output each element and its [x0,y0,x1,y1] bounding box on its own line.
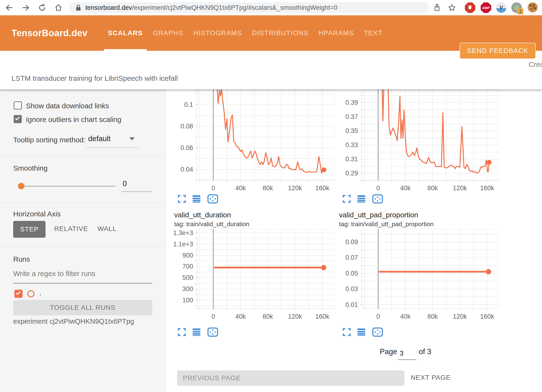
line-chart[interactable]: 1003005007009001.1e+31.3e+3040k80k120k16… [169,229,334,321]
chart1-actions [178,194,218,204]
tab-text[interactable]: TEXT [360,15,386,51]
page-label: Page [380,347,397,356]
next-page-button[interactable]: NEXT PAGE [411,374,451,381]
svg-text:0.08: 0.08 [180,123,193,130]
created-text: Crea [529,60,542,69]
back-icon[interactable] [5,3,13,12]
svg-text:40k: 40k [400,184,411,192]
fullscreen-icon[interactable] [178,328,186,336]
svg-text:700: 700 [182,263,193,270]
svg-text:120k: 120k [453,313,467,320]
svg-text:0.01: 0.01 [345,301,358,308]
reload-icon[interactable] [38,3,46,12]
abp-icon[interactable]: ABP [481,2,491,13]
previous-page-button[interactable]: PREVIOUS PAGE [177,370,404,386]
data-table-icon[interactable] [357,195,366,203]
fit-domain-icon[interactable] [372,327,383,337]
svg-text:0.1: 0.1 [184,101,193,108]
line-chart[interactable]: 0.290.310.330.350.370.39040k80k120k160k [334,89,499,193]
tab-hparams[interactable]: HPARAMS [315,15,358,51]
line-chart[interactable]: 0.010.030.050.070.09040k80k120k160k [334,229,499,321]
svg-text:160k: 160k [315,313,329,320]
smoothing-value[interactable]: 0 [123,179,127,188]
forward-icon[interactable] [22,3,30,12]
svg-text:0.06: 0.06 [180,144,193,151]
svg-text:80k: 80k [263,184,273,192]
tab-graphs[interactable]: GRAPHS [149,15,187,51]
share-icon[interactable] [433,3,441,12]
svg-text:80k: 80k [427,184,438,192]
svg-text:40k: 40k [235,313,246,320]
svg-text:0.29: 0.29 [345,170,358,177]
tab-distributions[interactable]: DISTRIBUTIONS [248,15,312,51]
check-icon [16,290,20,295]
svg-text:160k: 160k [480,184,494,192]
smoothing-label: Smoothing [13,164,47,172]
axis-relative-button[interactable]: RELATIVE [54,225,88,233]
dropdown-underline [86,147,138,148]
horizontal-axis-label: Horizontal Axis [13,210,61,218]
star-icon[interactable] [448,3,456,12]
page-number-input[interactable]: 3 [398,349,416,360]
brand-logo[interactable]: TensorBoard.dev [12,15,87,51]
svg-text:0.04: 0.04 [180,166,193,173]
check-icon [15,116,20,120]
fit-domain-icon[interactable] [207,194,218,204]
fit-domain-icon[interactable] [207,327,218,337]
data-table-icon[interactable] [357,328,366,336]
chart4-title: valid_utt_pad_proportion [339,211,418,219]
svg-text:40k: 40k [235,184,246,192]
smoothing-slider-thumb[interactable] [18,183,24,189]
data-table-icon[interactable] [192,328,201,336]
url-bar[interactable]: tensorboard.dev/experiment/cj2vtPiwQHKN9… [69,2,429,13]
v-circle-icon[interactable]: V [496,2,507,13]
toggle-all-runs-button[interactable]: TOGGLE ALL RUNS [13,300,152,315]
svg-text:0.37: 0.37 [345,113,358,120]
chevron-down-icon[interactable] [129,137,135,140]
fullscreen-icon[interactable] [342,328,351,336]
divider [0,202,166,202]
runs-filter-input[interactable]: Write a regex to filter runs [13,270,95,278]
fullscreen-icon[interactable] [342,195,351,203]
fit-domain-icon[interactable] [372,194,383,204]
ignore-outliers-checkbox[interactable] [14,115,22,123]
runs-filter-underline [13,283,152,283]
svg-text:500: 500 [182,274,193,281]
divider [0,157,166,157]
axis-step-button[interactable]: STEP [13,221,46,238]
axis-wall-button[interactable]: WALL [98,225,116,233]
svg-text:40k: 40k [400,313,411,320]
tab-scalars[interactable]: SCALARS [104,15,147,51]
svg-text:0: 0 [376,184,380,192]
tooltip-sort-dropdown[interactable]: default [88,134,110,143]
svg-text:120k: 120k [453,184,467,192]
run-name[interactable]: . [39,289,41,297]
svg-text:0.33: 0.33 [345,141,358,149]
experiment-title: LSTM transducer training for LibriSpeech… [12,74,178,82]
svg-text:80k: 80k [427,313,438,320]
run-checkbox[interactable] [14,290,23,298]
data-table-icon[interactable] [192,195,201,203]
tensorboard-scalars-page: tensorboard.dev/experiment/cj2vtPiwQHKN9… [0,0,542,392]
svg-text:160k: 160k [480,313,494,320]
divider [0,246,166,246]
run-color-swatch [27,290,35,297]
svg-text:0.05: 0.05 [345,270,358,277]
app-header: TensorBoard.dev SCALARS GRAPHS HISTOGRAM… [0,15,542,51]
cookie-icon[interactable] [528,2,538,13]
send-feedback-button[interactable]: SEND FEEDBACK [460,43,536,59]
page-of-label: of 3 [419,347,431,356]
chart3-title: valid_utt_duration [174,211,231,219]
home-icon[interactable] [54,3,63,12]
line-chart[interactable]: 0.040.060.080.1040k80k120k160k [169,89,334,193]
chart3-tag: tag: train/valid_utt_duration [174,220,249,228]
chart4-actions [342,327,383,337]
ignore-outliers-label: Ignore outliers in chart scaling [26,115,121,124]
tab-histograms[interactable]: HISTOGRAMS [190,15,246,51]
smoothing-slider[interactable] [18,186,115,187]
show-download-links-checkbox[interactable] [14,101,22,110]
tooltip-sort-label: Tooltip sorting method: [13,136,86,144]
stop-hand-icon[interactable] [465,2,475,13]
fullscreen-icon[interactable] [178,195,186,203]
chart2-actions [342,194,383,204]
